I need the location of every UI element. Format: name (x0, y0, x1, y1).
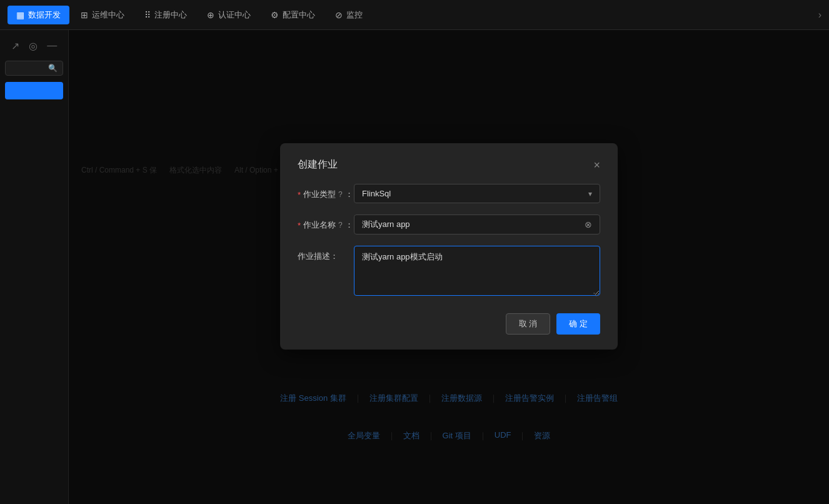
top-nav: ▦ 数据开发 ⊞ 运维中心 ⠿ 注册中心 ⊕ 认证中心 ⚙ 配置中心 ⊘ 监控 … (0, 0, 829, 30)
monitor-icon: ⊘ (335, 10, 343, 20)
job-desc-control: 测试yarn app模式启动 ⤡ (354, 246, 600, 298)
search-icon: 🔍 (48, 64, 58, 73)
job-desc-textarea-wrapper: 测试yarn app模式启动 ⤡ (354, 246, 600, 298)
form-row-job-name: * 作业名称 ?： ⊗ (298, 214, 600, 234)
job-type-label-text: 作业类型 (303, 189, 336, 200)
nav-expand-btn[interactable]: › (818, 9, 821, 21)
job-name-required: * (298, 221, 301, 230)
nav-item-ops-center-label: 运维中心 (92, 9, 124, 21)
job-type-dropdown-icon: ▾ (588, 189, 592, 198)
nav-item-auth-center-label: 认证中心 (218, 9, 251, 21)
job-name-clear-icon[interactable]: ⊗ (585, 219, 592, 229)
textarea-resize-handle: ⤡ (593, 291, 599, 297)
confirm-button[interactable]: 确 定 (556, 313, 600, 335)
sidebar-expand-icon[interactable]: ↗ (11, 40, 19, 52)
sidebar-search-input[interactable] (11, 64, 48, 73)
job-name-label-text: 作业名称 (303, 219, 336, 231)
nav-item-config-center[interactable]: ⚙ 配置中心 (262, 6, 324, 24)
job-type-select[interactable]: FlinkSql ▾ (354, 184, 600, 203)
nav-item-auth-center[interactable]: ⊕ 认证中心 (198, 6, 259, 24)
create-job-modal: 创建作业 × * 作业类型 ?： FlinkSql ▾ (280, 143, 618, 350)
modal-footer: 取 消 确 定 (298, 313, 600, 335)
form-row-job-type: * 作业类型 ?： FlinkSql ▾ (298, 184, 600, 203)
sidebar-minimize-icon[interactable]: — (47, 40, 57, 52)
job-desc-label: 作业描述： (298, 246, 354, 262)
job-type-help-icon[interactable]: ? (338, 190, 343, 199)
cancel-button[interactable]: 取 消 (506, 313, 551, 335)
job-name-control: ⊗ (354, 214, 600, 234)
job-type-control: FlinkSql ▾ (354, 184, 600, 203)
nav-item-data-dev[interactable]: ▦ 数据开发 (8, 6, 69, 24)
data-dev-icon: ▦ (16, 10, 24, 20)
job-type-value: FlinkSql (362, 189, 588, 198)
job-desc-label-text: 作业描述： (298, 251, 338, 262)
form-row-job-desc: 作业描述： 测试yarn app模式启动 ⤡ (298, 246, 600, 298)
content-area: Ctrl / Command + S 保 格式化选中内容 Alt / Optio… (69, 30, 829, 504)
nav-item-data-dev-label: 数据开发 (28, 9, 61, 21)
nav-item-monitor-label: 监控 (346, 9, 363, 21)
ops-center-icon: ⊞ (81, 10, 88, 20)
sidebar-search-box[interactable]: 🔍 (5, 61, 63, 76)
nav-item-register-center[interactable]: ⠿ 注册中心 (136, 6, 196, 24)
modal-header: 创建作业 × (298, 158, 600, 171)
sidebar-active-item[interactable] (5, 82, 63, 99)
job-type-required: * (298, 190, 301, 199)
sidebar-icon-row: ↗ ◎ — (0, 35, 68, 57)
modal-title: 创建作业 (298, 158, 338, 171)
job-desc-textarea[interactable]: 测试yarn app模式启动 (354, 246, 600, 296)
nav-item-monitor[interactable]: ⊘ 监控 (326, 6, 371, 24)
modal-close-button[interactable]: × (593, 159, 600, 171)
nav-item-register-center-label: 注册中心 (154, 9, 187, 21)
sidebar-location-icon[interactable]: ◎ (29, 40, 38, 52)
main-area: ↗ ◎ — 🔍 Ctrl / Command + S 保 格式化选中内容 Alt… (0, 30, 829, 504)
config-center-icon: ⚙ (271, 10, 279, 20)
job-name-input-wrapper: ⊗ (354, 214, 600, 234)
register-center-icon: ⠿ (144, 10, 151, 20)
auth-center-icon: ⊕ (207, 10, 214, 20)
job-type-label: * 作业类型 ?： (298, 184, 354, 200)
job-name-input[interactable] (362, 220, 585, 229)
left-sidebar: ↗ ◎ — 🔍 (0, 30, 69, 504)
job-name-help-icon[interactable]: ? (338, 221, 343, 229)
nav-item-ops-center[interactable]: ⊞ 运维中心 (72, 6, 133, 24)
job-name-label: * 作业名称 ?： (298, 214, 354, 231)
nav-item-config-center-label: 配置中心 (283, 9, 315, 21)
